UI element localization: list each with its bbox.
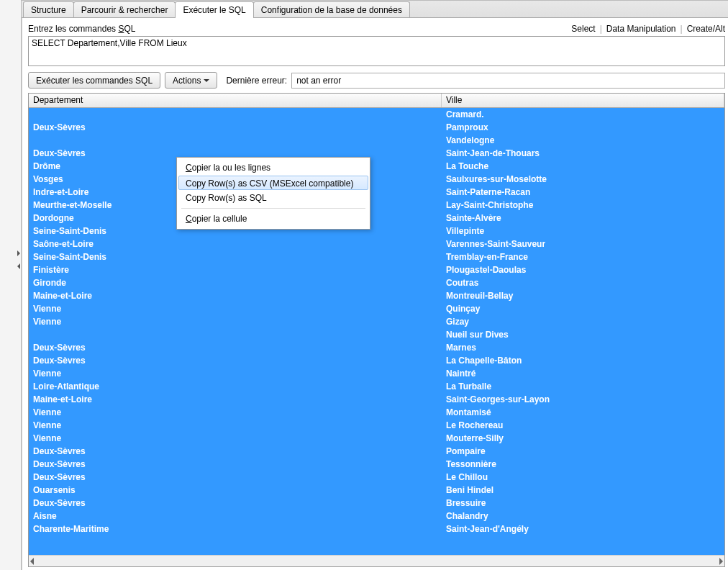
table-row[interactable]: Seine-Saint-DenisTremblay-en-France xyxy=(29,250,724,263)
table-row[interactable]: Deux-SèvresSaint-Jean-de-Thouars xyxy=(29,147,724,160)
cell-ville[interactable]: Lay-Saint-Christophe xyxy=(442,199,724,212)
cell-departement[interactable]: Deux-Sèvres xyxy=(29,471,442,484)
cell-departement[interactable]: Vienne xyxy=(29,419,442,432)
cell-ville[interactable]: Tessonnière xyxy=(442,458,724,471)
cell-ville[interactable]: Sainte-Alvère xyxy=(442,212,724,225)
cell-ville[interactable]: Naintré xyxy=(442,367,724,380)
cell-ville[interactable]: Pamproux xyxy=(442,121,724,134)
cell-ville[interactable]: Le Rochereau xyxy=(442,419,724,432)
cell-ville[interactable]: Plougastel-Daoulas xyxy=(442,263,724,276)
table-row[interactable]: Saône-et-LoireVarennes-Saint-Sauveur xyxy=(29,238,724,250)
cell-departement[interactable] xyxy=(29,108,442,121)
execute-sql-button[interactable]: Exécuter les commandes SQL xyxy=(28,72,160,89)
table-row[interactable]: VienneMontamisé xyxy=(29,406,724,419)
cell-ville[interactable]: Montreuil-Bellay xyxy=(442,289,724,302)
table-row[interactable]: Nueil sur Dives xyxy=(29,328,724,341)
cell-departement[interactable]: Vienne xyxy=(29,432,442,445)
cell-ville[interactable]: Villepinte xyxy=(442,225,724,238)
cell-ville[interactable]: Coutras xyxy=(442,276,724,289)
cell-ville[interactable]: Bressuire xyxy=(442,497,724,510)
table-row[interactable]: VienneGizay xyxy=(29,315,724,328)
cell-departement[interactable]: Charente-Maritime xyxy=(29,522,442,535)
cell-ville[interactable]: Saint-Georges-sur-Layon xyxy=(442,393,724,406)
table-row[interactable]: Vandelogne xyxy=(29,134,724,147)
cell-departement[interactable]: Vienne xyxy=(29,302,442,315)
cell-ville[interactable]: Pompaire xyxy=(442,445,724,458)
cell-ville[interactable]: Saint-Jean-de-Thouars xyxy=(442,147,724,160)
cell-ville[interactable]: Saint-Jean-d'Angély xyxy=(442,522,724,535)
cell-departement[interactable]: Deux-Sèvres xyxy=(29,121,442,134)
menu-item-copy-csv[interactable]: Copy Row(s) as CSV (MSExcel compatible) xyxy=(178,176,368,190)
cell-departement[interactable]: Vienne xyxy=(29,315,442,328)
table-row[interactable]: VienneMouterre-Silly xyxy=(29,432,724,445)
cell-ville[interactable]: Mouterre-Silly xyxy=(442,432,724,445)
cell-ville[interactable]: Le Chillou xyxy=(442,471,724,484)
cell-departement[interactable]: Saône-et-Loire xyxy=(29,238,442,250)
table-row[interactable]: DordogneSainte-Alvère xyxy=(29,212,724,225)
cell-departement[interactable]: Ouarsenis xyxy=(29,484,442,497)
cell-ville[interactable]: Beni Hindel xyxy=(442,484,724,497)
cell-departement[interactable]: Maine-et-Loire xyxy=(29,289,442,302)
table-row[interactable]: Cramard. xyxy=(29,108,724,121)
cell-ville[interactable]: La Turballe xyxy=(442,380,724,393)
table-row[interactable]: Maine-et-LoireMontreuil-Bellay xyxy=(29,289,724,302)
cell-ville[interactable]: Tremblay-en-France xyxy=(442,250,724,263)
table-row[interactable]: Deux-SèvresTessonnière xyxy=(29,458,724,471)
table-row[interactable]: Deux-SèvresPompaire xyxy=(29,445,724,458)
column-header-departement[interactable]: Departement xyxy=(29,94,442,107)
cell-ville[interactable]: Marnes xyxy=(442,341,724,354)
table-row[interactable]: Meurthe-et-MoselleLay-Saint-Christophe xyxy=(29,199,724,212)
cell-departement[interactable]: Seine-Saint-Denis xyxy=(29,250,442,263)
cell-departement[interactable] xyxy=(29,328,442,341)
table-row[interactable]: AisneChalandry xyxy=(29,510,724,522)
table-row[interactable]: Loire-AtlantiqueLa Turballe xyxy=(29,380,724,393)
menu-item-copy-sql[interactable]: Copy Row(s) as SQL xyxy=(178,190,368,206)
table-row[interactable]: FinistèrePlougastel-Daoulas xyxy=(29,263,724,276)
data-manipulation-button[interactable]: Data Manipulation xyxy=(606,24,676,34)
cell-departement[interactable]: Vienne xyxy=(29,367,442,380)
menu-item-copy-cell[interactable]: Copier la cellule xyxy=(178,211,368,227)
menu-item-copy-lines[interactable]: Copier la ou les lignes xyxy=(178,160,368,176)
select-snippet-button[interactable]: Select xyxy=(571,24,595,34)
tab-db-config[interactable]: Configuration de la base de données xyxy=(253,1,410,17)
horizontal-scrollbar[interactable] xyxy=(29,555,724,566)
cell-ville[interactable]: Saint-Paterne-Racan xyxy=(442,186,724,199)
table-row[interactable]: VienneLe Rochereau xyxy=(29,419,724,432)
create-alter-button[interactable]: Create/Alt xyxy=(687,24,725,34)
table-row[interactable]: Seine-Saint-DenisVillepinte xyxy=(29,225,724,238)
cell-ville[interactable]: Nueil sur Dives xyxy=(442,328,724,341)
column-header-ville[interactable]: Ville xyxy=(442,94,724,107)
cell-ville[interactable]: Saulxures-sur-Moselotte xyxy=(442,173,724,186)
cell-departement[interactable]: Aisne xyxy=(29,510,442,522)
tab-structure[interactable]: Structure xyxy=(23,1,74,17)
cell-departement[interactable] xyxy=(29,134,442,147)
tab-browse-search[interactable]: Parcourir & rechercher xyxy=(73,1,176,17)
cell-departement[interactable]: Loire-Atlantique xyxy=(29,380,442,393)
table-row[interactable]: VosgesSaulxures-sur-Moselotte xyxy=(29,173,724,186)
cell-departement[interactable]: Vienne xyxy=(29,406,442,419)
table-row[interactable]: Deux-SèvresLe Chillou xyxy=(29,471,724,484)
cell-ville[interactable]: La Chapelle-Bâton xyxy=(442,354,724,367)
cell-ville[interactable]: La Touche xyxy=(442,160,724,173)
table-row[interactable]: DrômeLa Touche xyxy=(29,160,724,173)
cell-departement[interactable]: Deux-Sèvres xyxy=(29,458,442,471)
cell-ville[interactable]: Quinçay xyxy=(442,302,724,315)
cell-departement[interactable]: Deux-Sèvres xyxy=(29,341,442,354)
cell-ville[interactable]: Chalandry xyxy=(442,510,724,522)
table-row[interactable]: Deux-SèvresBressuire xyxy=(29,497,724,510)
table-row[interactable]: Indre-et-LoireSaint-Paterne-Racan xyxy=(29,186,724,199)
table-row[interactable]: Deux-SèvresLa Chapelle-Bâton xyxy=(29,354,724,367)
table-row[interactable]: Charente-MaritimeSaint-Jean-d'Angély xyxy=(29,522,724,535)
dock-splitter[interactable] xyxy=(17,216,21,570)
cell-departement[interactable]: Deux-Sèvres xyxy=(29,354,442,367)
table-row[interactable]: Deux-SèvresPamproux xyxy=(29,121,724,134)
cell-ville[interactable]: Varennes-Saint-Sauveur xyxy=(442,238,724,250)
cell-ville[interactable]: Montamisé xyxy=(442,406,724,419)
table-row[interactable]: VienneQuinçay xyxy=(29,302,724,315)
tab-execute-sql[interactable]: Exécuter le SQL xyxy=(175,1,253,18)
cell-departement[interactable]: Maine-et-Loire xyxy=(29,393,442,406)
actions-button[interactable]: Actions xyxy=(165,72,217,89)
table-row[interactable]: Maine-et-LoireSaint-Georges-sur-Layon xyxy=(29,393,724,406)
cell-ville[interactable]: Gizay xyxy=(442,315,724,328)
sql-input[interactable] xyxy=(28,36,725,66)
